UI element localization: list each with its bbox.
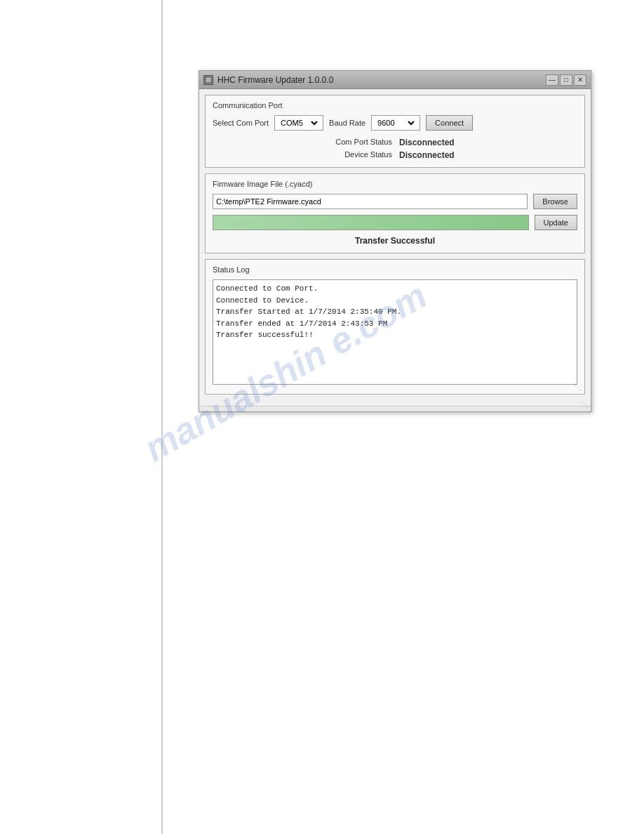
app-icon: ⚙ [203, 75, 213, 85]
progress-row: Update [213, 215, 577, 230]
left-border [161, 0, 163, 834]
device-status-label: Device Status [335, 150, 392, 160]
status-grid: Com Port Status Disconnected Device Stat… [213, 138, 577, 160]
baud-rate-select[interactable]: 9600 19200 38400 115200 [371, 115, 420, 131]
select-com-port-label: Select Com Port [213, 119, 269, 127]
resize-handle[interactable]: ⋱ [575, 384, 583, 392]
minimize-button[interactable]: — [546, 74, 558, 86]
comm-port-row: Select Com Port COM5 COM1 COM2 COM3 COM4… [213, 115, 577, 131]
window-content: Communication Port Select Com Port COM5 … [199, 89, 591, 406]
com-port-dropdown[interactable]: COM5 COM1 COM2 COM3 COM4 [278, 118, 320, 128]
title-bar-left: ⚙ HHC Firmware Updater 1.0.0.0 [203, 75, 333, 85]
baud-rate-label: Baud Rate [329, 119, 365, 127]
comm-port-panel: Communication Port Select Com Port COM5 … [205, 95, 585, 168]
window-resize-handle[interactable]: ⋱ [581, 402, 589, 410]
maximize-button[interactable]: □ [560, 74, 572, 86]
window-bottom-bar: ⋱ [199, 406, 591, 411]
title-bar-buttons: — □ ✕ [546, 74, 586, 86]
firmware-label: Firmware Image File (.cyacd) [213, 180, 577, 188]
com-port-status-value: Disconnected [399, 138, 455, 147]
com-port-status-label: Com Port Status [335, 138, 392, 147]
transfer-status: Transfer Successful [213, 236, 577, 246]
status-log-panel: Status Log ⋱ [205, 259, 585, 395]
status-log-textarea[interactable] [213, 279, 577, 385]
connect-button[interactable]: Connect [426, 115, 473, 131]
file-path-input[interactable] [213, 194, 528, 209]
firmware-panel: Firmware Image File (.cyacd) Browse Upda… [205, 173, 585, 253]
comm-port-label: Communication Port [213, 101, 577, 110]
status-log-label: Status Log [213, 265, 577, 274]
main-window: ⚙ HHC Firmware Updater 1.0.0.0 — □ ✕ Com… [199, 70, 591, 412]
window-title: HHC Firmware Updater 1.0.0.0 [217, 75, 333, 85]
title-bar: ⚙ HHC Firmware Updater 1.0.0.0 — □ ✕ [199, 71, 591, 89]
com-port-select[interactable]: COM5 COM1 COM2 COM3 COM4 [274, 115, 323, 131]
browse-button[interactable]: Browse [533, 194, 577, 209]
baud-rate-dropdown[interactable]: 9600 19200 38400 115200 [375, 118, 417, 128]
close-button[interactable]: ✕ [574, 74, 586, 86]
update-button[interactable]: Update [535, 215, 577, 230]
firmware-row: Browse [213, 194, 577, 209]
device-status-value: Disconnected [399, 150, 455, 160]
progress-bar-container [213, 215, 529, 230]
page-background: manualshin e.com ⚙ HHC Firmware Updater … [0, 0, 644, 834]
progress-bar-fill [213, 216, 528, 230]
